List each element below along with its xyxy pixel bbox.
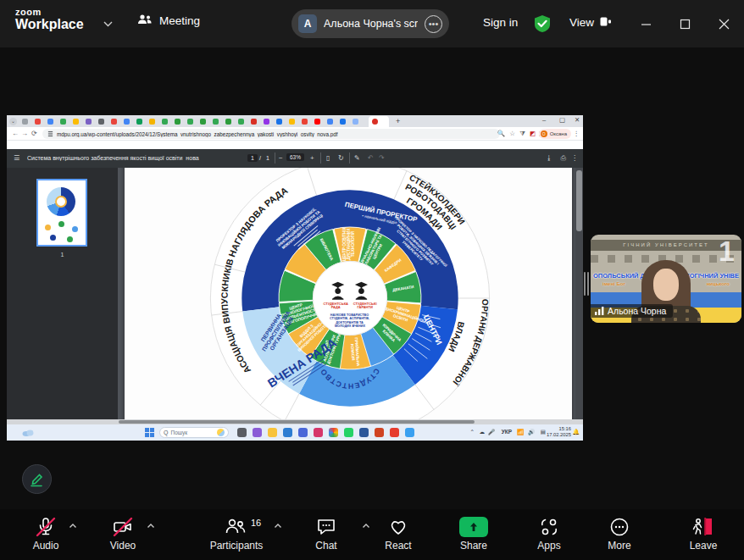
browser-close-icon[interactable]: ✕ bbox=[575, 116, 580, 124]
tab-favicon[interactable] bbox=[124, 119, 130, 125]
maximize-button[interactable] bbox=[666, 0, 703, 47]
taskbar-app-icon[interactable] bbox=[359, 428, 369, 437]
fit-page-icon[interactable]: ▯ bbox=[326, 154, 330, 162]
scrollbar-thumb[interactable] bbox=[119, 420, 475, 424]
participant-video-tile[interactable]: ГІЧНИЙ УНІВЕРСИТЕТ 1 ОПОЛЬСЬКИЙ ДЕРЖДАГО… bbox=[591, 235, 741, 323]
taskbar-app-icon[interactable] bbox=[405, 428, 414, 437]
pdf-zoom-level[interactable]: 63% bbox=[286, 153, 304, 161]
site-settings-icon[interactable] bbox=[47, 130, 53, 137]
extension-badge-icon[interactable]: ◩ bbox=[530, 130, 536, 137]
tab-favicon[interactable] bbox=[276, 119, 282, 125]
tab-favicon[interactable] bbox=[314, 119, 320, 125]
tab-favicon[interactable] bbox=[35, 119, 41, 125]
browser-maximize-icon[interactable]: ▢ bbox=[559, 116, 565, 124]
taskbar-app-icon[interactable] bbox=[283, 428, 292, 437]
shared-screen-pill[interactable]: A Альона Чорна's screen ••• bbox=[291, 9, 449, 38]
extensions-icon[interactable]: ⧩ bbox=[519, 130, 525, 138]
tray-onedrive-icon[interactable]: ☁ bbox=[480, 429, 486, 435]
tab-favicon[interactable] bbox=[238, 119, 244, 125]
security-shield-icon[interactable] bbox=[533, 14, 552, 36]
taskbar-app-icon[interactable] bbox=[375, 428, 384, 437]
tab-favicon[interactable] bbox=[111, 119, 117, 125]
tab-favicon[interactable] bbox=[149, 119, 155, 125]
more-button[interactable]: More bbox=[592, 516, 647, 552]
address-bar[interactable]: mdpu.org.ua/wp-content/uploads/2024/12/S… bbox=[42, 129, 500, 139]
tab-favicon[interactable] bbox=[98, 119, 104, 125]
taskbar-app-icon[interactable] bbox=[344, 428, 353, 437]
taskbar-app-icon[interactable] bbox=[314, 428, 323, 437]
tab-favicon[interactable] bbox=[47, 119, 53, 125]
pdf-page-current[interactable]: 1 bbox=[247, 154, 258, 162]
annotate-button[interactable] bbox=[22, 464, 52, 494]
taskbar-app-icon[interactable] bbox=[268, 428, 277, 437]
tab-search-icon[interactable]: ⌄ bbox=[9, 118, 17, 125]
taskbar-app-icon[interactable] bbox=[237, 428, 247, 437]
volume-icon[interactable]: 🔊 bbox=[528, 429, 535, 435]
tab-favicon[interactable] bbox=[73, 119, 79, 125]
zoom-in-icon[interactable]: + bbox=[310, 154, 314, 162]
wifi-icon[interactable]: 📶 bbox=[517, 429, 524, 435]
reload-icon[interactable]: ⟳ bbox=[31, 130, 37, 137]
start-button-icon[interactable] bbox=[145, 428, 154, 437]
video-button[interactable]: Video bbox=[96, 516, 150, 552]
notification-bell-icon[interactable]: 🔔 bbox=[572, 429, 580, 435]
tab-meeting[interactable]: Meeting bbox=[137, 14, 200, 28]
taskbar-app-icon[interactable] bbox=[253, 428, 262, 437]
tab-favicon[interactable] bbox=[162, 119, 168, 125]
tab-favicon[interactable] bbox=[289, 119, 295, 125]
browser-minimize-icon[interactable]: – bbox=[542, 116, 546, 124]
audio-options-chevron[interactable] bbox=[68, 521, 78, 531]
page-thumbnail[interactable] bbox=[36, 179, 87, 247]
print-icon[interactable]: ⎙ bbox=[561, 154, 566, 163]
sign-in-button[interactable]: Sign in bbox=[483, 16, 518, 29]
scrollbar-thumb[interactable] bbox=[576, 170, 582, 231]
tab-favicon[interactable] bbox=[353, 119, 358, 125]
browser-profile-chip[interactable]: О Оксана bbox=[539, 129, 571, 139]
chevron-down-icon[interactable] bbox=[103, 19, 113, 29]
tab-favicon[interactable] bbox=[225, 119, 231, 125]
windows-taskbar[interactable]: Q Пошук ⌃ ☁ 🎤 УКР 📶 🔊 ▤ 15:16 17.02.2025… bbox=[7, 424, 583, 441]
tab-favicon[interactable] bbox=[302, 119, 308, 125]
tab-favicon[interactable] bbox=[175, 119, 180, 125]
close-button[interactable] bbox=[705, 0, 742, 47]
browser-menu-icon[interactable]: ⋮ bbox=[574, 130, 580, 137]
tab-favicon[interactable] bbox=[187, 119, 193, 125]
chat-button[interactable]: Chat bbox=[299, 516, 353, 552]
participants-options-chevron[interactable] bbox=[273, 521, 283, 531]
bookmark-star-icon[interactable]: ☆ bbox=[509, 130, 515, 137]
tray-expand-icon[interactable]: ⌃ bbox=[470, 429, 475, 435]
tab-favicon[interactable] bbox=[327, 119, 333, 125]
annotate-cursor-icon[interactable]: ✎ bbox=[354, 154, 360, 162]
tab-favicon[interactable] bbox=[86, 119, 92, 125]
tab-favicon[interactable] bbox=[60, 119, 66, 125]
redo-icon[interactable]: ↷ bbox=[379, 154, 385, 162]
minimize-button[interactable] bbox=[627, 0, 664, 47]
battery-icon[interactable]: ▤ bbox=[541, 429, 546, 435]
apps-button[interactable]: Apps bbox=[522, 516, 576, 552]
new-tab-button[interactable]: + bbox=[396, 117, 400, 125]
forward-icon[interactable]: → bbox=[21, 130, 28, 137]
pdf-more-icon[interactable]: ⋮ bbox=[571, 154, 578, 162]
audio-button[interactable]: Audio bbox=[19, 516, 73, 552]
weather-cloud-icon[interactable] bbox=[22, 429, 34, 436]
chat-options-chevron[interactable] bbox=[361, 521, 371, 531]
zoom-out-icon[interactable]: − bbox=[279, 154, 283, 162]
taskbar-search-box[interactable]: Q Пошук bbox=[159, 427, 229, 438]
leave-button[interactable]: Leave bbox=[676, 516, 730, 552]
react-button[interactable]: React bbox=[371, 516, 425, 552]
active-tab[interactable] bbox=[369, 116, 389, 127]
tab-favicon[interactable] bbox=[264, 119, 269, 125]
share-button[interactable]: Share bbox=[447, 516, 501, 552]
taskbar-app-icon[interactable] bbox=[298, 428, 308, 437]
tab-favicon[interactable] bbox=[136, 119, 142, 125]
tab-favicon[interactable] bbox=[340, 119, 346, 125]
download-icon[interactable]: ⭳ bbox=[546, 154, 552, 162]
video-options-chevron[interactable] bbox=[146, 521, 156, 531]
tab-favicon[interactable] bbox=[251, 119, 257, 125]
tile-drag-handle[interactable] bbox=[584, 272, 589, 296]
taskbar-app-icon[interactable] bbox=[329, 428, 338, 437]
tab-favicon[interactable] bbox=[200, 119, 206, 125]
rotate-icon[interactable]: ↻ bbox=[338, 154, 344, 162]
pdf-menu-icon[interactable]: ☰ bbox=[14, 154, 19, 162]
pdf-thumbnail-panel[interactable]: 1 bbox=[7, 168, 118, 419]
